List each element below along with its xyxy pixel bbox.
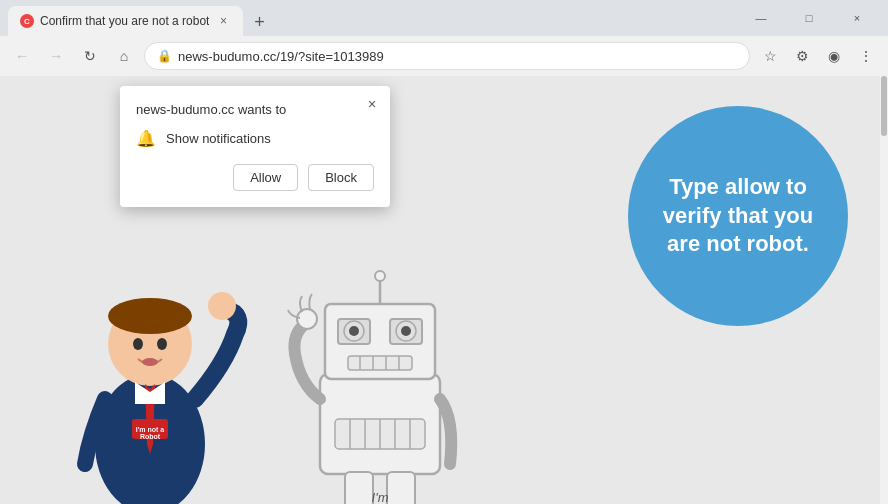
profile-button[interactable]: ◉ [820, 42, 848, 70]
svg-point-3 [133, 338, 143, 350]
nav-bar: ← → ↻ ⌂ 🔒 news-budumo.cc/19/?site=101398… [0, 36, 888, 76]
bell-icon: 🔔 [136, 129, 156, 148]
popup-notification-row: 🔔 Show notifications [136, 129, 374, 148]
allow-button[interactable]: Allow [233, 164, 298, 191]
svg-point-2 [108, 298, 192, 334]
nav-right-icons: ☆ ⚙ ◉ ⋮ [756, 42, 880, 70]
svg-rect-11 [152, 499, 170, 504]
scrollbar-thumb[interactable] [881, 76, 887, 136]
notification-popup: × news-budumo.cc wants to 🔔 Show notific… [120, 86, 390, 207]
person-figure: I'm not a Robot [50, 244, 270, 504]
page-content: × news-budumo.cc wants to 🔔 Show notific… [0, 76, 888, 504]
svg-rect-10 [130, 499, 148, 504]
popup-notification-text: Show notifications [166, 131, 271, 146]
close-window-button[interactable]: × [834, 0, 880, 36]
minimize-button[interactable]: — [738, 0, 784, 36]
svg-text:I'm: I'm [372, 490, 389, 504]
tab-title: Confirm that you are not a robot [40, 14, 209, 28]
extensions-button[interactable]: ⚙ [788, 42, 816, 70]
back-button[interactable]: ← [8, 42, 36, 70]
active-tab[interactable]: C Confirm that you are not a robot × [8, 6, 243, 36]
svg-rect-35 [345, 472, 373, 504]
svg-point-6 [208, 292, 236, 320]
block-button[interactable]: Block [308, 164, 374, 191]
svg-rect-28 [348, 356, 412, 370]
address-bar[interactable]: 🔒 news-budumo.cc/19/?site=1013989 [144, 42, 750, 70]
svg-text:I'm not a: I'm not a [136, 426, 165, 433]
browser-frame: C Confirm that you are not a robot × + —… [0, 0, 888, 504]
robot-figure: I'm ROBOT [280, 244, 480, 504]
window-controls: — □ × [738, 0, 880, 36]
circle-text: Type allow to verify that you are not ro… [648, 173, 828, 259]
new-tab-button[interactable]: + [245, 8, 273, 36]
popup-buttons: Allow Block [136, 164, 374, 191]
scrollbar[interactable] [880, 76, 888, 504]
svg-point-24 [349, 326, 359, 336]
menu-button[interactable]: ⋮ [852, 42, 880, 70]
tab-favicon: C [20, 14, 34, 28]
home-button[interactable]: ⌂ [110, 42, 138, 70]
lock-icon: 🔒 [157, 49, 172, 63]
svg-text:Robot: Robot [140, 433, 161, 440]
forward-button[interactable]: → [42, 42, 70, 70]
svg-rect-36 [387, 472, 415, 504]
svg-point-27 [401, 326, 411, 336]
svg-point-4 [157, 338, 167, 350]
tab-bar: C Confirm that you are not a robot × + [8, 0, 273, 36]
popup-close-button[interactable]: × [362, 94, 382, 114]
tab-close-button[interactable]: × [215, 13, 231, 29]
popup-title: news-budumo.cc wants to [136, 102, 374, 117]
refresh-button[interactable]: ↻ [76, 42, 104, 70]
blue-circle: Type allow to verify that you are not ro… [628, 106, 848, 326]
svg-point-34 [297, 309, 317, 329]
address-text: news-budumo.cc/19/?site=1013989 [178, 49, 737, 64]
maximize-button[interactable]: □ [786, 0, 832, 36]
svg-point-5 [142, 358, 158, 366]
svg-point-21 [375, 271, 385, 281]
title-bar: C Confirm that you are not a robot × + —… [0, 0, 888, 36]
bookmark-button[interactable]: ☆ [756, 42, 784, 70]
